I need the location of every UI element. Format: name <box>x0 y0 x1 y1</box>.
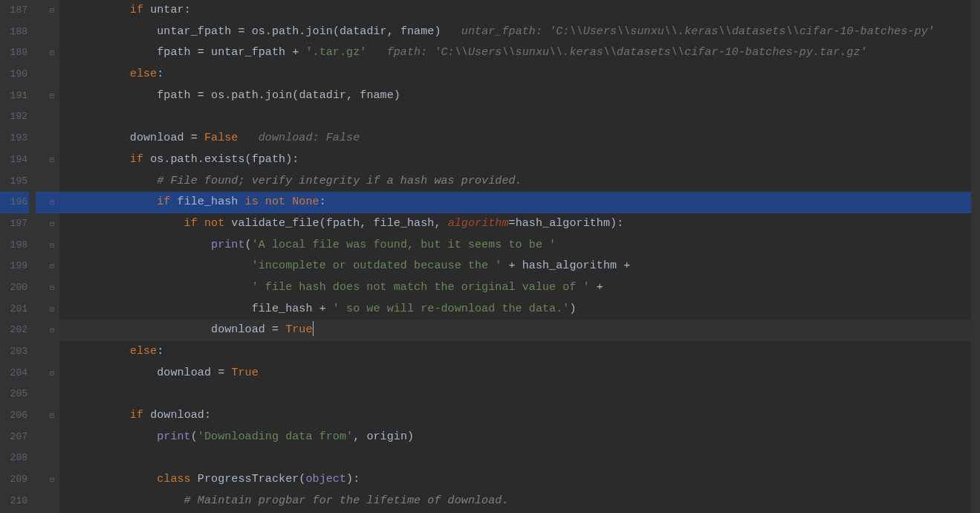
fold-toggle[interactable]: ⊟ <box>45 299 59 320</box>
code-line[interactable]: 'incomplete or outdated because the ' + … <box>59 256 980 277</box>
token-op: : <box>353 473 360 485</box>
line-number[interactable]: 193 <box>0 128 29 149</box>
token-op: . <box>265 25 272 38</box>
token-op: : <box>157 345 163 358</box>
fold-minus-icon[interactable]: ⊟ <box>45 406 59 428</box>
code-line[interactable]: # Maintain progbar for the lifetime of d… <box>59 491 980 512</box>
line-number[interactable]: 197 <box>0 213 29 235</box>
line-number[interactable]: 198 <box>0 235 29 256</box>
code-line[interactable]: download = False download: False <box>59 128 980 149</box>
code-line[interactable]: if not validate_file(fpath, file_hash, a… <box>59 213 980 235</box>
code-line[interactable]: download = True <box>59 320 980 341</box>
code-line[interactable]: fpath = untar_fpath + '.tar.gz' fpath: '… <box>59 42 980 64</box>
code-line[interactable]: if download: <box>59 405 980 427</box>
code-line[interactable]: print('Downloading data from', origin) <box>59 427 980 448</box>
code-line[interactable]: if os.path.exists(fpath): <box>59 149 980 171</box>
fold-toggle <box>45 22 59 43</box>
code-line[interactable] <box>59 448 980 469</box>
line-number[interactable]: 208 <box>0 448 29 469</box>
fold-toggle[interactable]: ⊟ <box>45 192 59 213</box>
token-par: ( <box>245 239 252 251</box>
token-name: fpath <box>76 46 198 59</box>
code-editor[interactable]: 1871881891901911921931941951961971981992… <box>0 0 980 513</box>
token-op: + <box>319 303 333 315</box>
code-line[interactable]: class ProgressTracker(object): <box>59 469 980 491</box>
fold-toggle[interactable]: ⊟ <box>45 256 59 277</box>
line-number[interactable]: 199 <box>0 256 29 277</box>
line-number[interactable]: 195 <box>0 171 29 193</box>
fold-toggle[interactable]: ⊟ <box>45 42 59 64</box>
line-number[interactable]: 207 <box>0 427 29 448</box>
fold-minus-icon[interactable]: ⊟ <box>45 43 59 65</box>
line-number[interactable]: 187 <box>0 0 29 22</box>
code-line[interactable]: print('A local file was found, but it se… <box>59 235 980 256</box>
right-marker-bar[interactable] <box>971 0 980 513</box>
marker-cell <box>36 469 45 491</box>
code-line[interactable] <box>59 106 980 128</box>
fold-toggle[interactable]: ⊟ <box>45 320 59 341</box>
line-number[interactable]: 188 <box>0 22 29 43</box>
code-line[interactable]: download = True <box>59 363 980 384</box>
fold-minus-icon[interactable]: ⊟ <box>45 470 59 491</box>
fold-toggle[interactable]: ⊟ <box>45 86 59 107</box>
line-number-gutter[interactable]: 1871881891901911921931941951961971981992… <box>0 0 36 513</box>
line-number[interactable]: 189 <box>0 42 29 64</box>
token-kw: else <box>76 68 157 80</box>
token-arg: algorithm <box>448 217 509 230</box>
line-number[interactable]: 209 <box>0 469 29 491</box>
fold-toggle[interactable]: ⊟ <box>45 149 59 171</box>
fold-toggle[interactable]: ⊟ <box>45 213 59 235</box>
marker-cell <box>36 256 45 277</box>
fold-toggle[interactable]: ⊟ <box>45 235 59 256</box>
token-par: ) <box>394 89 400 102</box>
code-line[interactable]: untar_fpath = os.path.join(datadir, fnam… <box>59 22 980 43</box>
fold-minus-icon[interactable]: ⊟ <box>45 256 59 278</box>
fold-minus-icon[interactable]: ⊟ <box>45 300 59 321</box>
code-line[interactable]: file_hash + ' so we will re-download the… <box>59 299 980 320</box>
token-op: : <box>319 196 326 208</box>
fold-toggle[interactable]: ⊟ <box>45 0 59 22</box>
fold-minus-icon[interactable]: ⊟ <box>45 86 59 108</box>
fold-minus-icon[interactable]: ⊟ <box>45 214 59 236</box>
code-line[interactable]: if file_hash is not None: <box>59 192 980 213</box>
fold-toggle[interactable]: ⊟ <box>45 469 59 491</box>
line-number[interactable]: 210 <box>0 491 29 512</box>
line-number[interactable]: 191 <box>0 86 29 107</box>
token-hint: fpath: 'C:\\Users\\sunxu\\.keras\\datase… <box>387 46 867 59</box>
fold-minus-icon[interactable]: ⊟ <box>45 193 59 214</box>
code-line[interactable]: # File found; verify integrity if a hash… <box>59 171 980 193</box>
fold-minus-icon[interactable]: ⊟ <box>45 364 59 385</box>
line-number[interactable]: 196 <box>0 192 29 213</box>
line-number[interactable]: 201 <box>0 299 29 320</box>
line-number[interactable]: 203 <box>0 341 29 363</box>
code-line[interactable]: else: <box>59 64 980 86</box>
code-line[interactable]: fpath = os.path.join(datadir, fname) <box>59 86 980 107</box>
line-number[interactable]: 194 <box>0 149 29 171</box>
line-number[interactable]: 206 <box>0 405 29 427</box>
line-number[interactable]: 190 <box>0 64 29 86</box>
code-line[interactable] <box>59 384 980 405</box>
line-number[interactable]: 205 <box>0 384 29 405</box>
line-number[interactable]: 202 <box>0 320 29 341</box>
line-number[interactable]: 192 <box>0 106 29 128</box>
code-area[interactable]: if untar: untar_fpath = os.path.join(dat… <box>59 0 980 513</box>
fold-toggle[interactable]: ⊟ <box>45 277 59 299</box>
line-number[interactable]: 204 <box>0 363 29 384</box>
token-name: fpath <box>252 153 286 166</box>
token-op: = <box>238 25 251 38</box>
fold-minus-icon[interactable]: ⊟ <box>45 1 59 22</box>
line-number[interactable]: 200 <box>0 277 29 299</box>
marker-cell <box>36 363 45 384</box>
code-line[interactable]: if untar: <box>59 0 980 22</box>
code-line[interactable]: else: <box>59 341 980 363</box>
fold-toggle[interactable]: ⊟ <box>45 363 59 384</box>
fold-minus-icon[interactable]: ⊟ <box>45 320 59 342</box>
code-line[interactable]: ' file hash does not match the original … <box>59 277 980 299</box>
fold-minus-icon[interactable]: ⊟ <box>45 236 59 257</box>
fold-gutter[interactable]: ⊟⊟⊟⊟⊟⊟⊟⊟⊟⊟⊟⊟⊟⊟ <box>45 0 59 513</box>
token-par: ) <box>569 303 576 315</box>
fold-toggle[interactable]: ⊟ <box>45 405 59 427</box>
fold-minus-icon[interactable]: ⊟ <box>45 150 59 172</box>
fold-minus-icon[interactable]: ⊟ <box>45 278 59 300</box>
token-name: untar_fpath <box>211 46 292 59</box>
